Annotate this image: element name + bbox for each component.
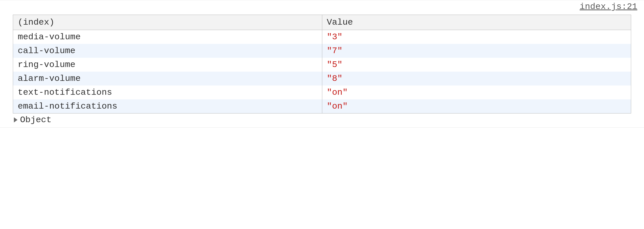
table-row: email-notifications "on" bbox=[13, 99, 631, 113]
console-table-wrapper: (index) Value media-volume "3" call-volu… bbox=[13, 15, 631, 113]
object-label: Object bbox=[20, 115, 51, 125]
cell-index: media-volume bbox=[13, 30, 322, 44]
cell-value: "3" bbox=[322, 30, 631, 44]
header-value[interactable]: Value bbox=[322, 15, 631, 30]
cell-index: text-notifications bbox=[13, 85, 322, 99]
table-row: media-volume "3" bbox=[13, 30, 631, 44]
cell-index: alarm-volume bbox=[13, 72, 322, 85]
console-entry: index.js:21 (index) Value media-volume "… bbox=[0, 0, 644, 128]
table-header-row: (index) Value bbox=[13, 15, 631, 30]
header-index[interactable]: (index) bbox=[13, 15, 322, 30]
cell-value: "8" bbox=[322, 72, 631, 85]
table-row: text-notifications "on" bbox=[13, 85, 631, 99]
cell-value: "7" bbox=[322, 44, 631, 58]
cell-index: call-volume bbox=[13, 44, 322, 58]
cell-index: email-notifications bbox=[13, 99, 322, 113]
table-row: ring-volume "5" bbox=[13, 58, 631, 72]
console-table: (index) Value media-volume "3" call-volu… bbox=[13, 15, 631, 113]
cell-value: "on" bbox=[322, 99, 631, 113]
cell-value: "5" bbox=[322, 58, 631, 72]
object-disclosure-row[interactable]: Object bbox=[14, 115, 644, 125]
cell-index: ring-volume bbox=[13, 58, 322, 72]
disclosure-triangle-icon bbox=[14, 117, 17, 122]
source-link[interactable]: index.js:21 bbox=[580, 2, 637, 12]
table-row: call-volume "7" bbox=[13, 44, 631, 58]
cell-value: "on" bbox=[322, 85, 631, 99]
table-row: alarm-volume "8" bbox=[13, 72, 631, 85]
